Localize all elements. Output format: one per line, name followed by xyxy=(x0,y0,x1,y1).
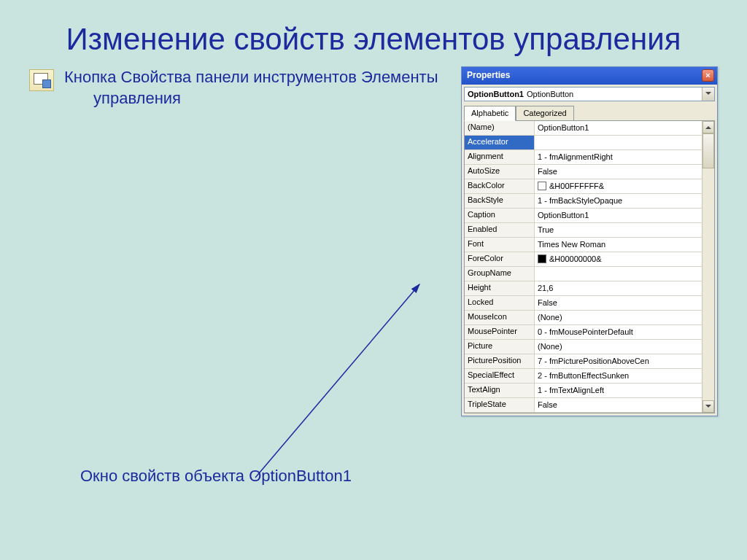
object-selector[interactable]: OptionButton1 OptionButton xyxy=(464,87,715,101)
property-value[interactable]: 1 - fmAlignmentRight xyxy=(535,150,702,164)
property-name: PicturePosition xyxy=(465,354,535,368)
property-value[interactable]: &H00FFFFFF& xyxy=(535,179,702,193)
property-name: TextAlign xyxy=(465,384,535,397)
property-value[interactable]: OptionButton1 xyxy=(535,209,702,222)
property-row[interactable]: MousePointer0 - fmMousePointerDefault xyxy=(465,325,702,340)
property-name: Font xyxy=(465,238,535,252)
property-row[interactable]: MouseIcon(None) xyxy=(465,311,702,325)
property-row[interactable]: FontTimes New Roman xyxy=(465,238,702,252)
chevron-down-icon[interactable] xyxy=(702,88,714,101)
property-name: ForeColor xyxy=(465,252,535,266)
property-row[interactable]: Alignment1 - fmAlignmentRight xyxy=(465,150,702,165)
property-name: BackStyle xyxy=(465,194,535,208)
tab-alphabetic[interactable]: Alphabetic xyxy=(464,106,516,121)
property-name: BackColor xyxy=(465,179,535,193)
property-value[interactable] xyxy=(535,136,702,149)
slide-title: Изменение свойств элементов управления xyxy=(0,0,747,66)
object-name: OptionButton1 xyxy=(468,90,524,98)
color-swatch xyxy=(538,254,546,263)
property-row[interactable]: Accelerator xyxy=(465,136,702,150)
property-name: Picture xyxy=(465,340,535,354)
tab-categorized[interactable]: Categorized xyxy=(516,106,573,121)
scroll-down-icon[interactable] xyxy=(703,400,714,413)
titlebar[interactable]: Properties × xyxy=(462,67,717,85)
property-value[interactable]: 1 - fmBackStyleOpaque xyxy=(535,194,702,208)
close-icon[interactable]: × xyxy=(702,69,714,82)
property-row[interactable]: BackStyle1 - fmBackStyleOpaque xyxy=(465,194,702,209)
property-row[interactable]: GroupName xyxy=(465,267,702,281)
property-name: Caption xyxy=(465,209,535,222)
property-name: Accelerator xyxy=(465,136,535,149)
property-value[interactable]: False xyxy=(535,398,702,412)
property-name: MousePointer xyxy=(465,325,535,339)
description-text: Кнопка Свойства панели инструментов Элем… xyxy=(64,66,446,109)
scroll-up-icon[interactable] xyxy=(703,121,714,133)
caption-text: Окно свойств объекта OptionButton1 xyxy=(80,467,352,486)
property-name: MouseIcon xyxy=(465,311,535,324)
property-value[interactable]: 7 - fmPicturePositionAboveCen xyxy=(535,354,702,368)
property-row[interactable]: ForeColor&H00000000& xyxy=(465,252,702,267)
property-name: Height xyxy=(465,281,535,295)
property-name: GroupName xyxy=(465,267,535,281)
property-value[interactable]: 1 - fmTextAlignLeft xyxy=(535,384,702,397)
property-name: Locked xyxy=(465,296,535,310)
property-row[interactable]: TextAlign1 - fmTextAlignLeft xyxy=(465,384,702,398)
scroll-thumb[interactable] xyxy=(703,133,714,168)
window-title: Properties xyxy=(467,70,510,80)
property-name: (Name) xyxy=(465,121,535,135)
property-row[interactable]: PicturePosition7 - fmPicturePositionAbov… xyxy=(465,354,702,369)
property-value[interactable]: OptionButton1 xyxy=(535,121,702,135)
property-row[interactable]: EnabledTrue xyxy=(465,223,702,238)
property-name: Enabled xyxy=(465,223,535,237)
object-type: OptionButton xyxy=(527,90,573,98)
property-row[interactable]: CaptionOptionButton1 xyxy=(465,209,702,223)
property-row[interactable]: Height21,6 xyxy=(465,281,702,296)
property-row[interactable]: BackColor&H00FFFFFF& xyxy=(465,179,702,194)
property-value[interactable]: 21,6 xyxy=(535,281,702,295)
color-swatch xyxy=(538,182,546,190)
property-row[interactable]: LockedFalse xyxy=(465,296,702,311)
property-value[interactable]: True xyxy=(535,223,702,237)
property-value[interactable]: (None) xyxy=(535,340,702,354)
property-name: Alignment xyxy=(465,150,535,164)
property-name: AutoSize xyxy=(465,165,535,179)
property-value[interactable]: &H00000000& xyxy=(535,252,702,266)
property-value[interactable]: 0 - fmMousePointerDefault xyxy=(535,325,702,339)
property-value[interactable]: 2 - fmButtonEffectSunken xyxy=(535,369,702,383)
property-name: SpecialEffect xyxy=(465,369,535,383)
property-value[interactable]: Times New Roman xyxy=(535,238,702,252)
property-row[interactable]: (Name)OptionButton1 xyxy=(465,121,702,136)
property-row[interactable]: AutoSizeFalse xyxy=(465,165,702,179)
property-value[interactable]: False xyxy=(535,165,702,179)
property-row[interactable]: TripleStateFalse xyxy=(465,398,702,413)
property-value[interactable]: (None) xyxy=(535,311,702,324)
properties-toolbar-icon xyxy=(29,69,54,91)
properties-window: Properties × OptionButton1 OptionButton … xyxy=(461,66,718,416)
properties-grid[interactable]: (Name)OptionButton1AcceleratorAlignment1… xyxy=(465,121,702,413)
property-row[interactable]: Picture(None) xyxy=(465,340,702,354)
property-name: TripleState xyxy=(465,398,535,412)
scrollbar[interactable] xyxy=(702,121,714,413)
property-value[interactable]: False xyxy=(535,296,702,310)
property-value[interactable] xyxy=(535,267,702,281)
property-row[interactable]: SpecialEffect2 - fmButtonEffectSunken xyxy=(465,369,702,384)
